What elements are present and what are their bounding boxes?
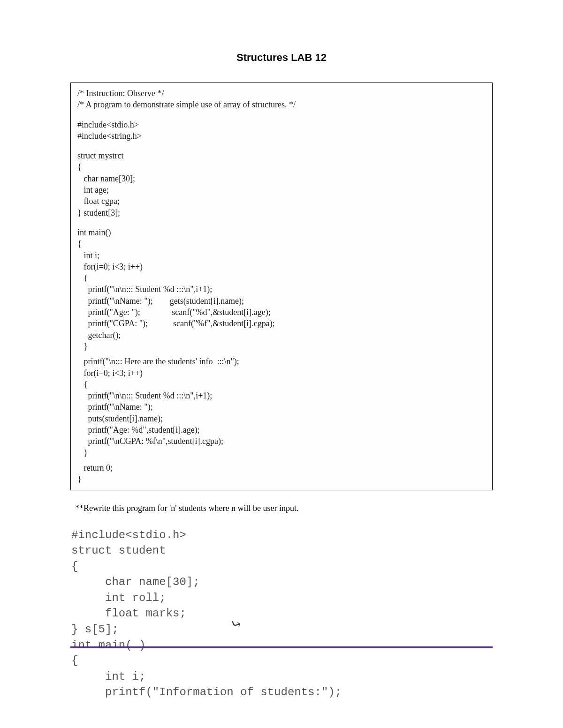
code-line: int main( ) [71,638,493,653]
code-line: #include<stdio.h> [77,119,486,130]
code-line: printf("CGPA: "); scanf("%f",&student[i]… [77,318,486,329]
code-line: #include<string.h> [77,130,486,142]
blank-line [77,142,486,150]
code-line: float cgpa; [77,195,486,207]
page-title: Structures LAB 12 [70,52,493,64]
code-line: printf("Information of students:"); [71,684,493,700]
horizontal-rule [70,646,493,648]
code-line: /* A program to demonstrate simple use o… [77,99,486,110]
blank-line [77,458,486,462]
rewrite-instruction: **Rewrite this program for 'n' students … [75,503,493,513]
code-line: for(i=0; i<3; i++) [77,261,486,272]
code-line: { [71,653,493,669]
blank-line [77,352,486,356]
code-line: char name[30]; [71,574,493,590]
code-line: int roll; [71,590,493,606]
code-line: { [71,559,493,575]
code-line: { [77,272,486,284]
code-line: int age; [77,184,486,195]
code-line: /* Instruction: Observe */ [77,88,486,99]
code-line: } [77,341,486,352]
code-line: puts(student[i].name); [77,413,486,424]
code-line: printf("\nName: "); [77,401,486,413]
code-line: printf("\n\n::: Student %d :::\n",i+1); [77,284,486,295]
code-line: { [77,161,486,173]
code-line: int main() [77,227,486,238]
blank-line [77,111,486,119]
code-line: } [77,447,486,458]
code-line: char name[30]; [77,173,486,184]
code-line: int i; [71,669,493,685]
code-block-2: #include<stdio.h> struct student { char … [71,527,493,701]
code-line: } student[3]; [77,207,486,218]
code-line: { [77,379,486,390]
code-line: printf("\n::: Here are the students' inf… [77,356,486,367]
code-line: for(i=0; i<3; i++) [77,368,486,379]
code-line: { [77,238,486,249]
code-line: } s[5]; [71,622,493,638]
code-line: printf("Age: "); scanf("%d",&student[i].… [77,307,486,318]
code-line: } [77,473,486,485]
code-line: printf("Age: %d",student[i].age); [77,424,486,435]
code-line: printf("\n\n::: Student %d :::\n",i+1); [77,390,486,401]
code-line: printf("\nCGPA: %f\n",student[i].cgpa); [77,435,486,447]
code-line: #include<stdio.h> [71,527,493,543]
code-block-1: /* Instruction: Observe */ /* A program … [70,83,493,490]
code-line: struct mystrct [77,150,486,161]
code-line: struct student [71,543,493,559]
code-line: float marks; [71,606,493,622]
code-line: return 0; [77,462,486,473]
blank-line [77,218,486,227]
code-line: int i; [77,250,486,261]
code-line: getchar(); [77,330,486,341]
code-line: printf("\nName: "); gets(student[i].name… [77,295,486,307]
